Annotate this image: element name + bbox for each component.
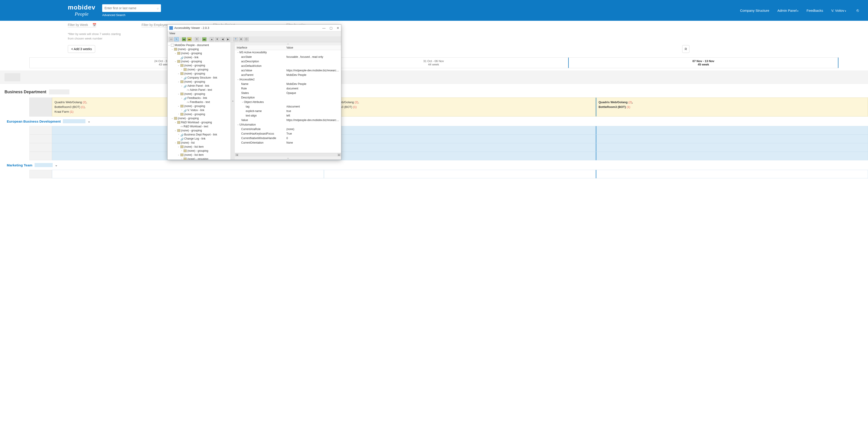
tree-toggle-icon[interactable]: ⌄ [178,80,180,83]
tree-node[interactable]: AaFeedbacks - text [168,100,230,104]
tree-node[interactable]: ⌄(none) - list item [168,153,230,157]
logout-icon[interactable]: ⎋ [857,8,859,13]
prop-row[interactable]: NameMobiDev People [235,82,341,86]
grid-cell[interactable] [596,143,868,152]
tree-toggle-icon[interactable]: ⌄ [178,72,180,75]
tree-node[interactable]: ⌄(none) - grouping [168,63,230,68]
tree-node[interactable]: ›🔗V. Voitov - link [168,108,230,112]
chevron-down-icon[interactable]: ⌄ [55,163,58,167]
tree-node[interactable]: ›(none) - grouping [168,112,230,116]
tree-node[interactable]: ›🔗Business Dept Report - link [168,133,230,137]
tree-toggle-icon[interactable]: ⌄ [174,141,177,144]
prop-row[interactable]: ⌄IAccessible2 [235,77,341,82]
grid-row[interactable] [29,152,868,160]
tree-node[interactable]: ⌄(none) - grouping [168,80,230,84]
av-tool-highlight-icon[interactable]: ▬ [182,37,186,41]
tree-toggle-icon[interactable]: › [178,113,180,116]
prop-row[interactable]: CurrentOrientationNone [235,140,341,145]
av-titlebar[interactable]: Accessibility Viewer - 2.0.3 — ▢ ✕ [167,25,341,31]
av-tree-pane[interactable]: ⌄MobiDev People - document⌄(none) - grou… [167,42,231,160]
tree-toggle-icon[interactable]: › [181,158,183,160]
tree-toggle-icon[interactable]: › [181,149,183,152]
grid-cell[interactable] [324,152,596,160]
grid-row[interactable] [29,126,868,135]
prop-row[interactable]: ⌄UIAutomation [235,123,341,127]
prop-row[interactable]: ⌄MS Active Accessibility [235,50,341,55]
av-tool-pointer-icon[interactable]: ↖ [174,37,179,41]
av-tool-prev-icon[interactable]: ◀ [220,37,225,41]
tree-node[interactable]: ⌄🔗Admin Panel - link [168,84,230,88]
group-toggle-icon[interactable]: ⌄ [237,78,239,81]
h-scrollbar[interactable]: ◂▸ [235,153,341,157]
nav-admin-panel[interactable]: Admin Panel [777,8,798,12]
av-tool-copy-icon[interactable]: ⎘ [195,37,199,41]
tree-node[interactable]: ⌄(none) - grouping [168,59,230,63]
tree-node[interactable]: ›(none) - grouping [168,149,230,153]
av-splitter[interactable]: « [231,42,235,160]
tree-toggle-icon[interactable]: ⌄ [171,48,174,51]
prop-row[interactable]: StatesOpaque [235,91,341,95]
tree-node[interactable]: ⌄(none) - grouping [168,47,230,51]
av-tool-help-icon[interactable]: ? [233,37,238,41]
accessibility-viewer-window[interactable]: Accessibility Viewer - 2.0.3 — ▢ ✕ View … [167,24,341,160]
tree-node[interactable]: ⌄(none) - list item [168,145,230,149]
av-menu-view[interactable]: View [169,32,175,35]
av-tool-highlight3-icon[interactable]: ▬ [202,37,207,41]
av-expand-bottom[interactable]: ︽ [235,157,341,160]
av-tool-down-icon[interactable]: ▼ [215,37,219,41]
workload-card[interactable]: Quadris Web/Golang (2), BottleRoom3 (BOT… [324,98,596,116]
tree-node[interactable]: ⌄(none) - grouping [168,129,230,133]
tree-toggle-icon[interactable]: › [181,68,183,71]
group-toggle-icon[interactable]: ⌄ [237,123,239,126]
av-tool-highlight2-icon[interactable]: ▬ [187,37,192,41]
prop-row[interactable]: text-alignleft [235,113,341,118]
tree-node[interactable]: AaR&D Workload - text [168,125,230,129]
tree-node[interactable]: ›(none) - grouping [168,68,230,72]
prop-row[interactable]: accParentMobiDev People [235,73,341,77]
tree-node[interactable]: AaAdmin Panel - text [168,88,230,92]
tree-node[interactable]: ⌄🔗Feedbacks - link [168,96,230,100]
tree-node[interactable]: ⌄(none) - grouping [168,72,230,76]
filter-by-week[interactable]: Filter by Week 📅 [68,23,96,27]
tree-node[interactable]: ⌄(none) - grouping [168,92,230,96]
prop-row[interactable]: Valuehttps://mdpeople-dev.mobidev.biz/re… [235,118,341,123]
tree-toggle-icon[interactable]: ⌄ [178,145,180,148]
av-tool-next-icon[interactable]: ▶ [226,37,230,41]
grid-cell[interactable] [596,170,868,178]
tree-toggle-icon[interactable]: ⌄ [178,92,180,96]
collapse-left-icon[interactable]: « [232,100,234,102]
prop-row[interactable]: CurrentHasKeyboardFocusTrue [235,131,341,136]
nav-company-structure[interactable]: Company Structure [740,8,769,12]
prop-row[interactable]: tag#document [235,104,341,109]
tree-toggle-icon[interactable]: ⌄ [174,52,177,55]
prop-row[interactable]: CurrentNativeWindowHandle0 [235,136,341,140]
group-toggle-icon[interactable]: ⌄ [241,100,244,104]
tree-toggle-icon[interactable]: › [178,133,180,136]
prop-row[interactable]: accValuehttps://mdpeople-dev.mobidev.biz… [235,68,341,73]
grid-cell[interactable] [324,126,596,135]
nav-feedbacks[interactable]: Feedbacks [807,8,823,12]
prop-row[interactable]: accDescription [235,59,341,64]
grid-row[interactable] [29,170,868,178]
tree-toggle-icon[interactable]: ⌄ [181,96,183,100]
search-input[interactable] [104,6,154,10]
r-button[interactable]: R [682,45,689,53]
scrollbar-arrow-right[interactable]: ▸ [338,154,341,156]
grid-cell[interactable] [324,170,596,178]
tree-toggle-icon[interactable]: ⌄ [174,129,177,132]
grid-cell[interactable] [52,170,324,178]
prop-row[interactable]: Roledocument [235,86,341,91]
nav-user[interactable]: V. Voitov [831,8,846,12]
section-european-bd[interactable]: European Business Development ⌄ [0,116,868,126]
close-icon[interactable]: ✕ [337,26,339,30]
av-tool-settings-icon[interactable]: ⚙ [239,37,243,41]
av-props-pane[interactable]: ︽ Intarfece Value ⌄MS Active Accessibili… [235,42,341,160]
tree-toggle-icon[interactable]: ⌄ [178,64,180,67]
av-tool-info-icon[interactable]: ⓘ [244,37,249,41]
group-toggle-icon[interactable]: ⌄ [237,51,239,54]
tree-node[interactable]: ⌄(none) - grouping [168,116,230,121]
tree-node[interactable]: ›🔗Change Log - link [168,137,230,141]
prop-row[interactable]: explicit-nametrue [235,109,341,113]
grid-cell[interactable] [596,152,868,160]
grid-cell[interactable] [324,143,596,152]
